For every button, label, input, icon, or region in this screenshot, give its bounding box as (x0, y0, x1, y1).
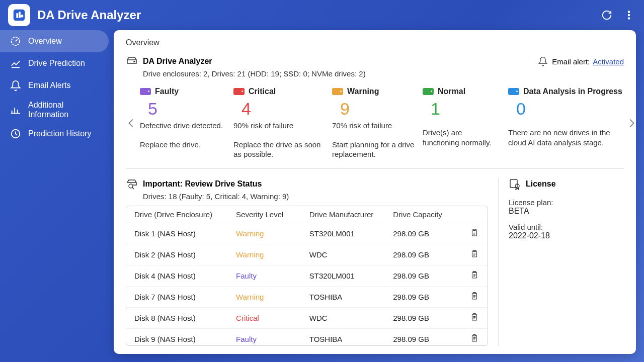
table-header[interactable]: Drive Manufacturer (304, 206, 388, 223)
card-count: 9 (340, 99, 415, 119)
card-action: Replace the drive as soon as possible. (233, 140, 324, 159)
cell-drive: Disk 2 (NAS Host) (126, 244, 231, 265)
card-action: Replace the drive. (140, 140, 225, 150)
sidebar-item-prediction-history[interactable]: Prediction History (0, 123, 114, 145)
cell-severity: Warning (231, 223, 304, 244)
review-title: Important: Review Drive Status (143, 179, 262, 189)
row-action-button[interactable] (461, 223, 488, 244)
clipboard-icon (470, 315, 479, 323)
cell-drive: Disk 1 (NAS Host) (126, 223, 231, 244)
sidebar-item-label: Overview (28, 37, 62, 46)
cell-manufacturer: ST320LM001 (304, 265, 388, 286)
clipboard-icon (470, 251, 479, 260)
app-logo-icon (8, 4, 30, 26)
table-row[interactable]: Disk 7 (NAS Host)WarningTOSHIBA298.09 GB (126, 286, 488, 307)
sidebar-item-label: Prediction History (28, 129, 91, 138)
page-title: Overview (126, 38, 624, 47)
cell-severity: Warning (231, 244, 304, 265)
card-title: Normal (438, 87, 465, 96)
cell-capacity: 298.09 GB (388, 328, 461, 345)
cell-drive: Disk 8 (NAS Host) (126, 307, 231, 328)
svg-point-2 (628, 15, 630, 16)
review-subtitle: Drives: 18 (Faulty: 5, Critical: 4, Warn… (143, 192, 488, 201)
license-valid-label: Valid until: (509, 223, 624, 231)
chevron-left-icon (126, 116, 137, 130)
license-title: License (526, 179, 556, 189)
more-button[interactable] (622, 8, 636, 22)
clipboard-icon (470, 336, 479, 344)
cell-severity: Critical (231, 307, 304, 328)
more-vertical-icon (623, 10, 634, 21)
bar-chart-icon (10, 104, 21, 115)
status-title: DA Drive Analyzer (143, 57, 212, 66)
chevron-right-icon (626, 116, 636, 130)
cell-capacity: 298.09 GB (388, 223, 461, 244)
table-row[interactable]: Disk 8 (NAS Host)CriticalWDC298.09 GB (126, 307, 488, 328)
card-action: Drive(s) are functioning normally. (423, 128, 500, 147)
cell-manufacturer: TOSHIBA (304, 286, 388, 307)
status-subtitle: Drive enclosures: 2, Drives: 21 (HDD: 19… (143, 69, 537, 78)
bell-icon (10, 80, 21, 91)
card-count: 0 (516, 99, 623, 119)
row-action-button[interactable] (461, 328, 488, 345)
table-row[interactable]: Disk 1 (NAS Host)WarningST320LM001298.09… (126, 223, 488, 244)
card-count: 4 (242, 99, 324, 119)
card-title: Data Analysis in Progress (523, 87, 622, 96)
carousel-prev-button[interactable] (126, 93, 137, 153)
bell-icon (537, 55, 549, 67)
svg-point-3 (628, 18, 630, 19)
row-action-button[interactable] (461, 286, 488, 307)
cell-capacity: 298.09 GB (388, 244, 461, 265)
cell-severity: Faulty (231, 265, 304, 286)
status-card-critical: Critical 4 90% risk of failure Replace t… (233, 87, 324, 159)
refresh-button[interactable] (600, 8, 614, 22)
drive-status-icon (233, 88, 245, 95)
row-action-button[interactable] (461, 307, 488, 328)
card-action: Start planning for a drive replacement. (332, 140, 415, 159)
clipboard-icon (470, 294, 479, 302)
sidebar-item-drive-prediction[interactable]: Drive Prediction (0, 52, 114, 74)
table-header[interactable]: Drive Capacity (388, 206, 461, 223)
svg-point-1 (628, 11, 630, 13)
license-plan-value: BETA (509, 207, 624, 216)
table-row[interactable]: Disk 2 (NAS Host)WarningWDC298.09 GB (126, 244, 488, 265)
row-action-button[interactable] (461, 244, 488, 265)
drive-status-icon (423, 88, 434, 95)
card-count: 5 (148, 99, 225, 119)
table-row[interactable]: Disk 4 (NAS Host)FaultyST320LM001298.09 … (126, 265, 488, 286)
row-action-button[interactable] (461, 265, 488, 286)
license-valid-value: 2022-02-18 (509, 231, 624, 240)
sidebar-item-email-alerts[interactable]: Email Alerts (0, 74, 114, 97)
cell-drive: Disk 7 (NAS Host) (126, 286, 231, 307)
clock-icon (10, 128, 21, 139)
svg-rect-20 (510, 179, 517, 188)
email-alert: Email alert: Activated (537, 55, 624, 67)
sidebar-item-label: Additional Information (28, 100, 104, 119)
chart-line-icon (10, 58, 21, 69)
divider (126, 168, 624, 169)
table-row[interactable]: Disk 9 (NAS Host)FaultyTOSHIBA298.09 GB (126, 328, 488, 345)
table-header[interactable]: Severity Level (231, 206, 304, 223)
cell-capacity: 298.09 GB (388, 286, 461, 307)
card-count: 1 (431, 99, 500, 119)
carousel-next-button[interactable] (626, 93, 636, 153)
table-header[interactable]: Drive (Drive Enclosure) (126, 206, 231, 223)
card-desc: 90% risk of failure (233, 121, 324, 131)
license-plan-label: License plan: (509, 198, 624, 207)
status-card-progress: Data Analysis in Progress 0 There are no… (508, 87, 623, 159)
sidebar-item-additional-information[interactable]: Additional Information (0, 97, 114, 123)
sidebar-item-overview[interactable]: Overview (0, 30, 109, 52)
card-action: There are no new drives in the cloud AI … (508, 128, 623, 147)
review-section: Important: Review Drive Status Drives: 1… (126, 178, 488, 346)
cell-manufacturer: WDC (304, 307, 388, 328)
email-alert-status-link[interactable]: Activated (593, 57, 624, 66)
gauge-icon (10, 36, 21, 47)
cell-manufacturer: TOSHIBA (304, 328, 388, 345)
sidebar-item-label: Email Alerts (28, 81, 70, 90)
card-desc: Defective drive detected. (140, 121, 225, 131)
status-card-faulty: Faulty 5 Defective drive detected. Repla… (140, 87, 225, 159)
svg-point-7 (129, 184, 133, 188)
certificate-icon (509, 178, 521, 190)
card-desc: 70% risk of failure (332, 121, 415, 131)
drive-status-icon (332, 88, 343, 95)
